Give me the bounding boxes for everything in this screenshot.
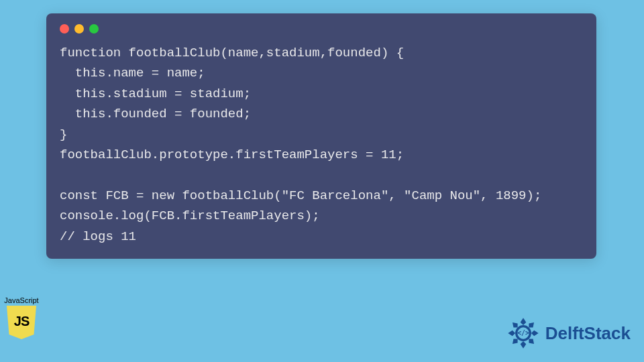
- javascript-label: JavaScript: [3, 296, 40, 304]
- code-block: function footballClub(name,stadium,found…: [60, 43, 583, 247]
- code-line: function footballClub(name,stadium,found…: [60, 46, 404, 60]
- maximize-icon[interactable]: [89, 24, 99, 34]
- delftstack-name: DelftStack: [545, 323, 631, 344]
- svg-text:</>: </>: [517, 329, 529, 337]
- minimize-icon[interactable]: [74, 24, 84, 34]
- delftstack-brand: </> DelftStack: [505, 315, 631, 351]
- close-icon[interactable]: [60, 24, 69, 34]
- code-line: this.name = name;: [60, 66, 205, 80]
- code-line: footballClub.prototype.firstTeamPlayers …: [60, 147, 404, 162]
- code-line: console.log(FCB.firstTeamPlayers);: [60, 208, 320, 223]
- code-window: function footballClub(name,stadium,found…: [46, 13, 596, 259]
- code-line: this.founded = founded;: [60, 107, 251, 121]
- js-shield-text: JS: [14, 314, 29, 329]
- delftstack-logo-icon: </>: [505, 315, 541, 351]
- code-line: }: [60, 127, 67, 142]
- javascript-badge: JavaScript JS: [3, 296, 40, 339]
- code-line: this.stadium = stadium;: [60, 86, 251, 101]
- code-line: const FCB = new footballClub("FC Barcelo…: [60, 188, 541, 203]
- code-line: // logs 11: [60, 229, 136, 244]
- window-titlebar: [60, 24, 583, 34]
- js-shield-icon: JS: [7, 306, 36, 339]
